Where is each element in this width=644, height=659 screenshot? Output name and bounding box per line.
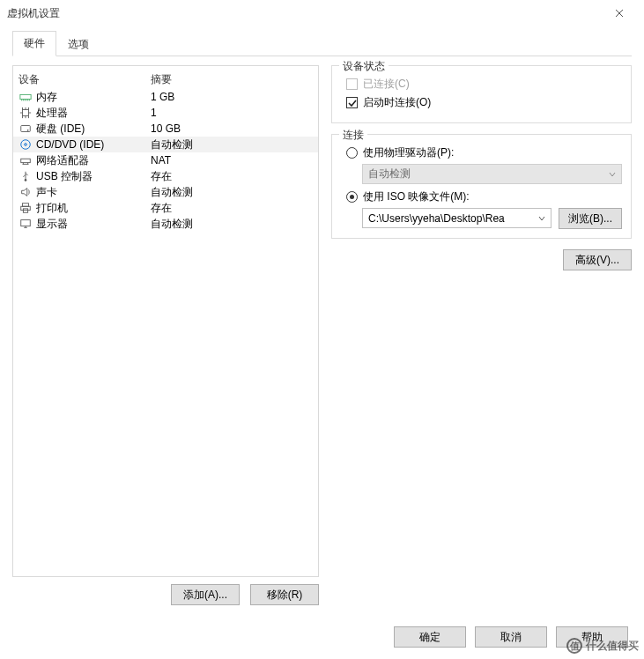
- chevron-down-icon[interactable]: [538, 212, 545, 225]
- svg-point-5: [24, 144, 26, 146]
- add-button[interactable]: 添加(A)...: [171, 584, 240, 605]
- hardware-row[interactable]: USB 控制器存在: [13, 168, 318, 184]
- device-summary: 存在: [151, 201, 172, 216]
- connected-checkbox: [346, 78, 358, 90]
- device-name: 处理器: [36, 106, 68, 121]
- connection-title: 连接: [339, 128, 367, 143]
- col-device-header: 设备: [19, 72, 151, 87]
- use-iso-label: 使用 ISO 映像文件(M):: [363, 189, 470, 204]
- watermark-icon: 值: [566, 638, 582, 654]
- svg-rect-11: [20, 220, 30, 226]
- browse-button[interactable]: 浏览(B)...: [559, 208, 622, 229]
- close-icon: [615, 9, 624, 18]
- iso-path-combo[interactable]: C:\Users\yyeha\Desktop\Rea: [362, 208, 551, 228]
- cpu-icon: [19, 107, 32, 120]
- use-iso-radio[interactable]: [346, 191, 358, 203]
- svg-rect-2: [20, 126, 30, 132]
- cancel-button[interactable]: 取消: [475, 626, 547, 648]
- device-summary: 1 GB: [151, 91, 174, 103]
- network-icon: [19, 154, 32, 167]
- svg-point-3: [26, 130, 28, 131]
- title-bar: 虚拟机设置: [0, 0, 644, 26]
- hardware-row[interactable]: 声卡自动检测: [13, 184, 318, 200]
- hardware-row[interactable]: 硬盘 (IDE)10 GB: [13, 121, 318, 137]
- iso-path-value: C:\Users\yyeha\Desktop\Rea: [368, 212, 505, 225]
- device-summary: NAT: [151, 154, 171, 167]
- device-name: 网络适配器: [36, 153, 89, 168]
- svg-rect-6: [20, 159, 30, 162]
- device-summary: 自动检测: [151, 217, 193, 232]
- device-summary: 1: [151, 107, 157, 119]
- hardware-row[interactable]: 内存1 GB: [13, 89, 318, 105]
- device-summary: 存在: [151, 169, 172, 184]
- memory-icon: [19, 91, 32, 104]
- physical-drive-value: 自动检测: [368, 167, 411, 181]
- window-title: 虚拟机设置: [7, 6, 60, 21]
- device-summary: 自动检测: [151, 137, 193, 152]
- hardware-list[interactable]: 设备 摘要 内存1 GB处理器1硬盘 (IDE)10 GBCD/DVD (IDE…: [12, 65, 319, 577]
- display-icon: [19, 218, 32, 231]
- tabs: 硬件 选项: [12, 30, 632, 56]
- device-summary: 10 GB: [151, 122, 181, 135]
- connection-group: 连接 使用物理驱动器(P): 自动检测 使用 ISO 映像文件(M):: [331, 134, 632, 239]
- sound-icon: [19, 186, 32, 199]
- device-name: USB 控制器: [36, 169, 93, 184]
- watermark: 值 什么值得买: [566, 638, 639, 654]
- device-name: 内存: [36, 90, 57, 105]
- close-button[interactable]: [602, 0, 637, 26]
- svg-rect-8: [22, 204, 28, 207]
- device-name: 硬盘 (IDE): [36, 122, 85, 137]
- remove-button[interactable]: 移除(R): [250, 584, 319, 605]
- hardware-row[interactable]: 网络适配器NAT: [13, 152, 318, 168]
- svg-point-7: [24, 179, 26, 181]
- device-status-title: 设备状态: [339, 59, 389, 74]
- device-name: 打印机: [36, 201, 68, 216]
- hardware-row[interactable]: 显示器自动检测: [13, 216, 318, 232]
- check-icon: [348, 99, 357, 107]
- connect-at-power-label: 启动时连接(O): [363, 95, 431, 110]
- physical-drive-combo: 自动检测: [362, 164, 622, 184]
- device-status-group: 设备状态 已连接(C) 启动时连接(O): [331, 65, 632, 123]
- use-physical-label: 使用物理驱动器(P):: [363, 145, 454, 160]
- watermark-text: 什么值得买: [586, 639, 639, 654]
- tab-hardware[interactable]: 硬件: [12, 31, 56, 56]
- device-name: 声卡: [36, 185, 57, 200]
- connected-label: 已连接(C): [363, 77, 410, 92]
- chevron-down-icon: [609, 168, 616, 181]
- connect-at-power-checkbox[interactable]: [346, 97, 358, 108]
- svg-point-4: [20, 140, 30, 150]
- tab-options[interactable]: 选项: [56, 32, 100, 56]
- device-summary: 自动检测: [151, 185, 193, 200]
- hardware-row[interactable]: 打印机存在: [13, 200, 318, 216]
- disk-icon: [19, 122, 32, 136]
- cd-icon: [19, 138, 32, 152]
- use-iso-radio-row[interactable]: 使用 ISO 映像文件(M):: [346, 189, 622, 204]
- ok-button[interactable]: 确定: [394, 626, 466, 648]
- connected-checkbox-row: 已连接(C): [346, 77, 622, 92]
- svg-rect-1: [22, 110, 28, 116]
- connect-at-power-row[interactable]: 启动时连接(O): [346, 95, 622, 110]
- advanced-button[interactable]: 高级(V)...: [563, 249, 632, 270]
- printer-icon: [19, 202, 32, 215]
- col-summary-header: 摘要: [151, 72, 172, 87]
- hardware-row[interactable]: CD/DVD (IDE)自动检测: [13, 137, 318, 152]
- usb-icon: [19, 170, 32, 183]
- use-physical-radio[interactable]: [346, 147, 358, 159]
- hardware-row[interactable]: 处理器1: [13, 105, 318, 121]
- device-name: 显示器: [36, 217, 68, 232]
- svg-rect-0: [19, 94, 30, 99]
- device-name: CD/DVD (IDE): [36, 138, 104, 151]
- use-physical-radio-row[interactable]: 使用物理驱动器(P):: [346, 145, 622, 160]
- hardware-list-header: 设备 摘要: [13, 71, 318, 87]
